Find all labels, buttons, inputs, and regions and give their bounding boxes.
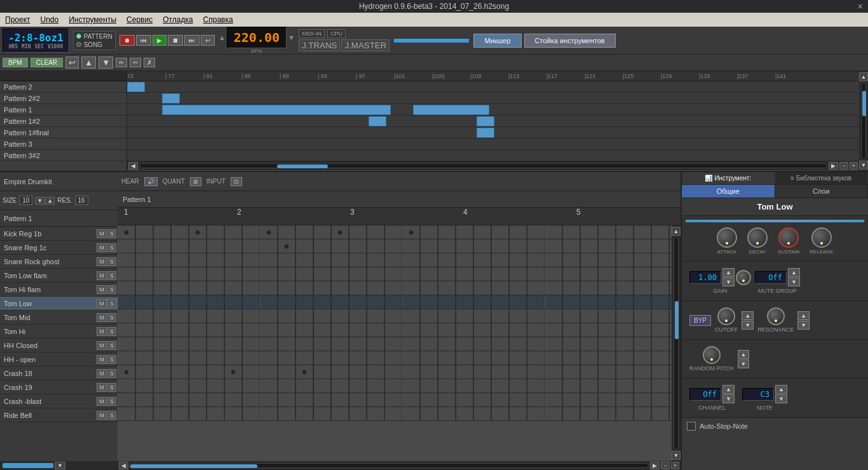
menu-servis[interactable]: Сервис bbox=[126, 15, 153, 24]
grid-cell-13-19[interactable] bbox=[456, 407, 473, 420]
inst-solo-cb[interactable]: S bbox=[107, 397, 116, 406]
grid-cell-9-28[interactable] bbox=[616, 351, 634, 365]
grid-cell-12-8[interactable] bbox=[260, 393, 278, 406]
pe-vscroll-down[interactable]: ▼ bbox=[672, 451, 681, 460]
grid-row-12[interactable] bbox=[118, 393, 672, 407]
grid-cell-11-13[interactable] bbox=[349, 379, 367, 393]
grid-cell-12-17[interactable] bbox=[420, 393, 438, 406]
grid-cell-9-12[interactable] bbox=[331, 351, 349, 365]
grid-cell-13-26[interactable] bbox=[580, 407, 598, 420]
pe-hscroll-right[interactable]: ▶ bbox=[650, 462, 660, 469]
grid-cell-10-4[interactable] bbox=[189, 365, 207, 379]
grid-cell-13-1[interactable] bbox=[135, 407, 153, 420]
grid-cell-3-18[interactable] bbox=[438, 267, 456, 281]
inst-row-tom-low[interactable]: Tom Low MS bbox=[0, 297, 118, 311]
grid-cell-8-29[interactable] bbox=[634, 337, 651, 351]
grid-cell-5-6[interactable] bbox=[224, 295, 242, 309]
grid-cell-10-8[interactable] bbox=[260, 365, 278, 379]
grid-cell-3-14[interactable] bbox=[367, 267, 384, 281]
inst-row-crash18[interactable]: Crash 18 MS bbox=[0, 366, 118, 380]
grid-cell-4-19[interactable] bbox=[456, 281, 473, 295]
pe-note[interactable] bbox=[284, 244, 289, 249]
grid-cell-4-6[interactable] bbox=[224, 281, 242, 295]
grid-cell-12-6[interactable] bbox=[224, 393, 242, 406]
grid-cell-10-31[interactable] bbox=[669, 365, 672, 379]
grid-cell-6-18[interactable] bbox=[438, 309, 456, 323]
grid-cell-8-14[interactable] bbox=[367, 337, 384, 351]
grid-cell-1-20[interactable] bbox=[473, 239, 491, 253]
grid-cell-10-13[interactable] bbox=[349, 365, 367, 379]
song-hscroll-right[interactable]: ▶ bbox=[829, 162, 838, 170]
sustain-knob[interactable] bbox=[778, 227, 799, 248]
grid-cell-6-26[interactable] bbox=[580, 309, 598, 323]
grid-row-0[interactable] bbox=[118, 225, 672, 239]
grid-cell-7-12[interactable] bbox=[331, 323, 349, 337]
grid-cell-8-27[interactable] bbox=[598, 337, 616, 351]
grid-cell-13-3[interactable] bbox=[171, 407, 189, 420]
song-erase[interactable]: ✗ bbox=[144, 58, 155, 67]
grid-cell-2-4[interactable] bbox=[189, 253, 207, 267]
menu-undo[interactable]: Undo bbox=[41, 15, 59, 24]
grid-cell-4-9[interactable] bbox=[278, 281, 295, 295]
grid-cell-3-11[interactable] bbox=[313, 267, 331, 281]
grid-cell-5-31[interactable] bbox=[669, 295, 672, 309]
grid-cell-12-14[interactable] bbox=[367, 393, 384, 406]
grid-cell-5-21[interactable] bbox=[491, 295, 509, 309]
grid-cell-5-20[interactable] bbox=[473, 295, 491, 309]
grid-cell-8-26[interactable] bbox=[580, 337, 598, 351]
grid-cell-1-21[interactable] bbox=[491, 239, 509, 253]
grid-cell-3-26[interactable] bbox=[580, 267, 598, 281]
block[interactable] bbox=[162, 93, 180, 104]
grid-cell-12-5[interactable] bbox=[207, 393, 224, 406]
grid-cell-12-26[interactable] bbox=[580, 393, 598, 406]
grid-cell-12-1[interactable] bbox=[135, 393, 153, 406]
inst-row-tom-mid[interactable]: Tom Mid MS bbox=[0, 311, 118, 325]
song-vscroll-track[interactable] bbox=[861, 83, 866, 159]
grid-cell-0-5[interactable] bbox=[207, 225, 224, 239]
grid-cell-8-16[interactable] bbox=[402, 337, 420, 351]
grid-cell-0-22[interactable] bbox=[509, 225, 527, 239]
grid-cell-0-29[interactable] bbox=[634, 225, 651, 239]
grid-cell-11-0[interactable] bbox=[118, 379, 135, 393]
grid-cell-5-19[interactable] bbox=[456, 295, 473, 309]
bpm-down-arrow[interactable]: ▲ bbox=[219, 34, 226, 41]
grid-cell-5-3[interactable] bbox=[171, 295, 189, 309]
grid-cell-5-18[interactable] bbox=[438, 295, 456, 309]
grid-cell-5-27[interactable] bbox=[598, 295, 616, 309]
grid-cell-9-9[interactable] bbox=[278, 351, 295, 365]
grid-cell-8-4[interactable] bbox=[189, 337, 207, 351]
grid-cell-8-0[interactable] bbox=[118, 337, 135, 351]
grid-cell-1-16[interactable] bbox=[402, 239, 420, 253]
grid-cell-8-17[interactable] bbox=[420, 337, 438, 351]
grid-cell-7-8[interactable] bbox=[260, 323, 278, 337]
mixer-button[interactable]: Микшер bbox=[473, 34, 521, 48]
j-master-button[interactable]: J.MASTER bbox=[341, 39, 390, 51]
grid-cell-3-15[interactable] bbox=[384, 267, 402, 281]
mute-up[interactable]: ▲ bbox=[788, 268, 800, 277]
grid-cell-2-0[interactable] bbox=[118, 253, 135, 267]
grid-cell-11-27[interactable] bbox=[598, 379, 616, 393]
grid-row-10[interactable] bbox=[118, 365, 672, 379]
grid-cell-0-28[interactable] bbox=[616, 225, 634, 239]
inst-row-crash-blast[interactable]: Crash -blast MS bbox=[0, 394, 118, 408]
inst-row-tom-hi[interactable]: Tom Hi MS bbox=[0, 325, 118, 339]
grid-cell-6-24[interactable] bbox=[545, 309, 562, 323]
close-button[interactable]: × bbox=[858, 1, 863, 11]
grid-cell-4-13[interactable] bbox=[349, 281, 367, 295]
clear-song-button[interactable]: CLEAR bbox=[31, 58, 63, 67]
grid-cell-13-22[interactable] bbox=[509, 407, 527, 420]
pattern-radio[interactable] bbox=[76, 34, 81, 39]
grid-cell-9-18[interactable] bbox=[438, 351, 456, 365]
grid-cell-8-12[interactable] bbox=[331, 337, 349, 351]
grid-cell-2-9[interactable] bbox=[278, 253, 295, 267]
grid-cell-2-3[interactable] bbox=[171, 253, 189, 267]
grid-cell-1-1[interactable] bbox=[135, 239, 153, 253]
rp-inst-tab-layers[interactable]: Слои bbox=[775, 185, 869, 198]
grid-cell-6-28[interactable] bbox=[616, 309, 634, 323]
grid-cell-6-2[interactable] bbox=[153, 309, 171, 323]
grid-cell-1-31[interactable] bbox=[669, 239, 672, 253]
grid-cell-12-13[interactable] bbox=[349, 393, 367, 406]
grid-cell-12-16[interactable] bbox=[402, 393, 420, 406]
grid-cell-13-4[interactable] bbox=[189, 407, 207, 420]
grid-cell-2-17[interactable] bbox=[420, 253, 438, 267]
